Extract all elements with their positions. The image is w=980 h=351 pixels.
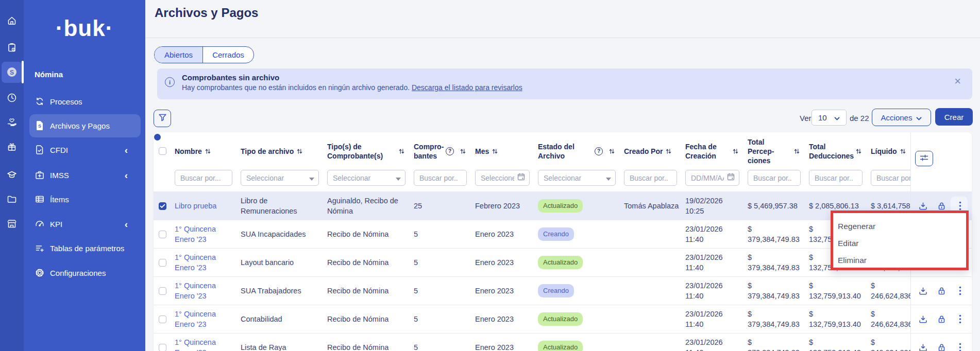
filter-cell (809, 170, 871, 191)
table-cell: Enero 2023 (475, 229, 538, 239)
create-button[interactable]: Crear (935, 108, 973, 126)
sort-icon[interactable] (205, 148, 211, 154)
help-icon[interactable]: ? (446, 147, 454, 155)
row-name-link[interactable]: 1° Quincena Enero '23 (175, 225, 216, 243)
hand-heart-icon[interactable] (0, 112, 24, 132)
table-cell: 19/02/2026 10:25 (685, 196, 748, 216)
download-icon[interactable] (919, 343, 927, 351)
kebab-menu-icon[interactable] (956, 315, 965, 324)
close-icon[interactable]: × (954, 75, 961, 88)
status-badge: Actualizado (538, 341, 583, 351)
context-menu-item-editar[interactable]: Editar (833, 235, 966, 252)
page-size-select[interactable]: 10 (812, 110, 847, 126)
sort-icon[interactable] (399, 148, 404, 154)
kebab-menu-icon[interactable] (956, 343, 965, 351)
sort-icon[interactable] (492, 148, 498, 154)
sort-icon[interactable] (666, 148, 671, 154)
graduation-cap-icon[interactable] (0, 164, 24, 185)
table-cell: 5 (414, 342, 475, 351)
column-filter-input[interactable] (629, 173, 672, 183)
banner-download-link[interactable]: Descarga el listado para revisarlos (412, 83, 522, 92)
sidebar-item-tablas-de-par-metros[interactable]: Tablas de parámetros (24, 236, 145, 260)
sidebar-item-archivos-y-pagos[interactable]: S Archivos y Pagos (24, 114, 145, 137)
sidebar-item-configuraciones[interactable]: Configuraciones (24, 261, 145, 285)
dropdown-caret-icon (309, 173, 314, 183)
column-filter-input[interactable] (875, 173, 910, 183)
lock-icon[interactable] (937, 343, 946, 351)
view-label: Ver (800, 114, 812, 122)
table-cell: Febrero 2023 (475, 201, 538, 211)
table-cell: Actualizado (538, 312, 624, 326)
row-name-link[interactable]: Libro prueba (175, 202, 216, 210)
column-filter-input[interactable] (480, 173, 515, 183)
storefront-icon[interactable] (0, 214, 24, 234)
table-cell (159, 231, 175, 238)
row-checkbox[interactable] (159, 315, 166, 323)
filter-cell (624, 170, 685, 191)
row-checkbox[interactable] (159, 287, 166, 295)
column-filter-input[interactable] (814, 173, 858, 183)
filter-cell (241, 170, 327, 191)
home-icon[interactable] (0, 10, 24, 31)
column-header: Creado Por (624, 147, 685, 156)
column-filter-input[interactable] (179, 173, 228, 183)
sidebar-item-kpi[interactable]: KPI‹ (24, 212, 145, 236)
row-checkbox[interactable] (159, 259, 166, 267)
coin-icon[interactable]: S (0, 62, 24, 82)
download-icon[interactable] (919, 315, 927, 324)
column-settings-button[interactable] (915, 151, 933, 166)
sidebar-icon-rail: S (0, 0, 24, 351)
svg-text:S: S (38, 124, 41, 129)
sort-icon[interactable] (733, 148, 738, 154)
table-cell: $ 246,624,836 (871, 337, 910, 351)
row-checkbox[interactable] (159, 231, 166, 238)
actions-button[interactable]: Acciones (872, 109, 931, 126)
row-checkbox[interactable] (159, 344, 166, 351)
row-name-link[interactable]: 1° Quincena Enero '23 (175, 282, 216, 300)
select-all-checkbox[interactable] (159, 147, 166, 155)
calendar-icon[interactable] (727, 173, 735, 183)
lock-icon[interactable] (937, 315, 946, 324)
filter-button[interactable] (154, 110, 171, 127)
sort-icon[interactable] (297, 148, 302, 154)
sort-icon[interactable] (856, 148, 861, 154)
kebab-menu-icon[interactable] (956, 202, 965, 210)
filter-spacer (159, 170, 175, 191)
sort-icon[interactable] (609, 148, 615, 154)
clock-icon[interactable] (0, 87, 24, 108)
column-filter-input[interactable] (690, 173, 725, 183)
kebab-menu-icon[interactable] (956, 287, 965, 295)
lock-icon[interactable] (937, 287, 946, 295)
lock-icon[interactable] (937, 202, 946, 210)
tab-abiertos[interactable]: Abiertos (155, 47, 203, 63)
clipboard-icon[interactable] (0, 37, 24, 58)
tab-cerrados[interactable]: Cerrados (203, 47, 254, 63)
row-name-link[interactable]: 1° Quincena Enero '23 (175, 338, 216, 351)
column-filter-input[interactable] (418, 173, 462, 183)
download-icon[interactable] (919, 287, 927, 295)
table-cell: Tomás Apablaza (624, 201, 685, 211)
sidebar-item-cfdi[interactable]: CFDI‹ (24, 138, 145, 162)
context-menu-item-eliminar[interactable]: Eliminar (833, 252, 966, 269)
sidebar-item-procesos[interactable]: Procesos (24, 90, 145, 113)
column-filter-input[interactable] (332, 173, 394, 183)
status-badge: Actualizado (538, 199, 583, 213)
sort-icon[interactable] (900, 148, 906, 154)
help-icon[interactable]: ? (595, 147, 603, 155)
gift-icon[interactable] (0, 136, 24, 157)
row-name-link[interactable]: 1° Quincena Enero '23 (175, 253, 216, 272)
calendar-icon[interactable] (517, 173, 525, 183)
context-menu-item-regenerar[interactable]: Regenerar (833, 218, 966, 235)
sort-icon[interactable] (794, 148, 800, 154)
table-cell: 1° Quincena Enero '23 (175, 224, 241, 244)
sort-icon[interactable] (460, 148, 466, 154)
folder-icon[interactable] (0, 189, 24, 209)
row-name-link[interactable]: 1° Quincena Enero '23 (175, 310, 216, 328)
column-filter-input[interactable] (543, 173, 604, 183)
row-checkbox[interactable] (159, 202, 166, 210)
sidebar-item--tems[interactable]: Ítems (24, 187, 145, 211)
sidebar-item-imss[interactable]: IMSS‹ (24, 163, 145, 187)
column-filter-input[interactable] (245, 173, 307, 183)
download-icon[interactable] (919, 202, 927, 210)
column-filter-input[interactable] (752, 173, 796, 183)
